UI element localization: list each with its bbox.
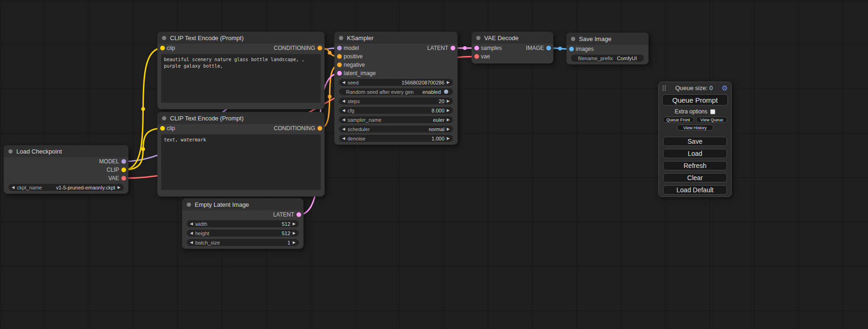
widget-batch-size[interactable]: ◀ batch_size 1 ▶ [187, 239, 299, 246]
widget-random-seed-toggle[interactable]: Random seed after every gen enabled [339, 88, 453, 95]
collapse-dot-icon[interactable] [476, 36, 480, 40]
node-title: CLIP Text Encode (Prompt) [170, 35, 244, 42]
settings-gear-icon[interactable]: ⚙ [722, 84, 728, 91]
increment-arrow-icon[interactable]: ▶ [447, 127, 450, 131]
output-dot-latent[interactable] [451, 46, 455, 50]
widget-value: v1-5-pruned-emaonly.ckpt [56, 185, 115, 190]
clear-button[interactable]: Clear [663, 173, 727, 182]
input-dot-latent-image[interactable] [337, 71, 342, 76]
output-label-conditioning: CONDITIONING [274, 125, 315, 132]
prompt-textarea[interactable]: text, watermark [161, 134, 321, 190]
output-dot-model[interactable] [121, 159, 126, 164]
decrement-arrow-icon[interactable]: ◀ [342, 109, 345, 112]
increment-arrow-icon[interactable]: ▶ [447, 109, 450, 112]
view-history-button[interactable]: View History [677, 125, 713, 131]
collapse-dot-icon[interactable] [162, 36, 166, 40]
output-dot-vae[interactable] [121, 176, 126, 181]
decrement-arrow-icon[interactable]: ◀ [190, 222, 193, 226]
collapse-dot-icon[interactable] [187, 203, 191, 207]
decrement-arrow-icon[interactable]: ◀ [190, 231, 193, 235]
widget-scheduler[interactable]: ◀ scheduler normal ▶ [339, 126, 453, 133]
output-dot-conditioning[interactable] [318, 126, 322, 131]
input-dot-model[interactable] [337, 46, 342, 50]
node-ksampler[interactable]: KSampler model LATENT positive negative … [334, 32, 458, 145]
increment-arrow-icon[interactable]: ▶ [293, 222, 296, 226]
node-title-bar: VAE Decode [472, 32, 553, 44]
input-dot-images[interactable] [569, 47, 574, 51]
drag-handle-icon[interactable] [662, 85, 666, 91]
increment-arrow-icon[interactable]: ▶ [447, 81, 450, 84]
extra-options-checkbox[interactable] [710, 109, 715, 114]
widget-ckpt-name[interactable]: ◀ ckpt_name v1-5-pruned-emaonly.ckpt ▶ [8, 184, 124, 191]
output-label-conditioning: CONDITIONING [274, 45, 315, 51]
input-dot-vae[interactable] [474, 54, 479, 59]
view-queue-button[interactable]: View Queue [696, 117, 727, 123]
node-title: Load Checkpoint [16, 148, 62, 155]
increment-arrow-icon[interactable]: ▶ [447, 137, 450, 140]
collapse-dot-icon[interactable] [162, 116, 166, 120]
refresh-button[interactable]: Refresh [663, 161, 727, 170]
widget-steps[interactable]: ◀ steps 20 ▶ [339, 98, 453, 105]
collapse-dot-icon[interactable] [339, 36, 343, 40]
decrement-arrow-icon[interactable]: ◀ [342, 127, 345, 131]
input-dot-positive[interactable] [337, 54, 342, 59]
widget-denoise[interactable]: ◀ denoise 1.000 ▶ [339, 135, 453, 142]
decrement-arrow-icon[interactable]: ◀ [190, 241, 193, 245]
decrement-arrow-icon[interactable]: ◀ [342, 118, 345, 122]
node-save-image[interactable]: Save Image images filename_prefix ComfyU… [566, 33, 649, 64]
decrement-arrow-icon[interactable]: ◀ [342, 81, 345, 84]
node-vae-decode[interactable]: VAE Decode samples IMAGE vae [472, 32, 553, 63]
increment-arrow-icon[interactable]: ▶ [293, 231, 296, 235]
widget-width[interactable]: ◀ width 512 ▶ [187, 220, 299, 227]
node-title: VAE Decode [484, 35, 518, 42]
node-clip-text-encode-positive[interactable]: CLIP Text Encode (Prompt) clip CONDITION… [157, 32, 325, 109]
decrement-arrow-icon[interactable]: ◀ [342, 99, 345, 103]
node-load-checkpoint[interactable]: Load Checkpoint MODEL CLIP VAE ◀ ckpt_na… [4, 145, 128, 194]
decrement-arrow-icon[interactable]: ◀ [342, 137, 345, 140]
widget-sampler-name[interactable]: ◀ sampler_name euler ▶ [339, 116, 453, 123]
history-row: View History [663, 125, 727, 131]
collapse-dot-icon[interactable] [571, 37, 575, 41]
increment-arrow-icon[interactable]: ▶ [118, 186, 120, 189]
widget-value: ComfyUI [617, 56, 637, 61]
toggle-indicator[interactable] [444, 90, 448, 94]
node-canvas[interactable]: { "icons": { "left_arrow": "◀", "right_a… [0, 0, 868, 329]
widget-filename-prefix[interactable]: filename_prefix ComfyUI [571, 55, 644, 62]
input-label-samples: samples [481, 45, 502, 51]
node-empty-latent-image[interactable]: Empty Latent Image LATENT ◀ width 512 ▶ … [182, 198, 303, 249]
prompt-textarea[interactable]: beautiful scenery nature glass bottle la… [161, 54, 321, 103]
widget-name: steps [347, 98, 360, 104]
input-dot-samples[interactable] [474, 46, 479, 50]
node-clip-text-encode-negative[interactable]: CLIP Text Encode (Prompt) clip CONDITION… [157, 112, 325, 196]
widget-value: 20 [439, 98, 445, 104]
input-dot-clip[interactable] [160, 126, 165, 131]
collapse-dot-icon[interactable] [8, 149, 13, 154]
output-dot-latent[interactable] [296, 212, 301, 217]
slot-row: clip CONDITIONING [157, 124, 325, 133]
queue-prompt-button[interactable]: Queue Prompt [662, 94, 728, 105]
widget-cfg[interactable]: ◀ cfg 8.000 ▶ [339, 107, 453, 114]
increment-arrow-icon[interactable]: ▶ [447, 118, 450, 122]
input-dot-clip[interactable] [160, 46, 165, 50]
widget-name: ckpt_name [17, 185, 42, 190]
output-dot-clip[interactable] [121, 168, 126, 172]
queue-size-label: Queue size: 0 [666, 84, 722, 91]
slot-row: CLIP [4, 166, 128, 174]
output-dot-image[interactable] [546, 46, 551, 50]
slot-row: positive [334, 52, 458, 61]
increment-arrow-icon[interactable]: ▶ [293, 241, 296, 245]
input-dot-negative[interactable] [337, 63, 342, 67]
slot-row: images [566, 45, 649, 53]
increment-arrow-icon[interactable]: ▶ [447, 99, 450, 103]
load-default-button[interactable]: Load Default [663, 185, 727, 195]
load-button[interactable]: Load [663, 149, 727, 158]
queue-front-button[interactable]: Queue Front [663, 117, 694, 123]
save-button[interactable]: Save [663, 137, 727, 146]
decrement-arrow-icon[interactable]: ◀ [12, 186, 14, 189]
output-label-image: IMAGE [526, 45, 544, 51]
widget-seed[interactable]: ◀ seed 156680208700286 ▶ [339, 79, 453, 86]
output-dot-conditioning[interactable] [318, 46, 322, 50]
widget-height[interactable]: ◀ height 512 ▶ [187, 230, 299, 237]
node-title-bar: Empty Latent Image [182, 198, 303, 210]
output-label-model: MODEL [99, 158, 119, 165]
